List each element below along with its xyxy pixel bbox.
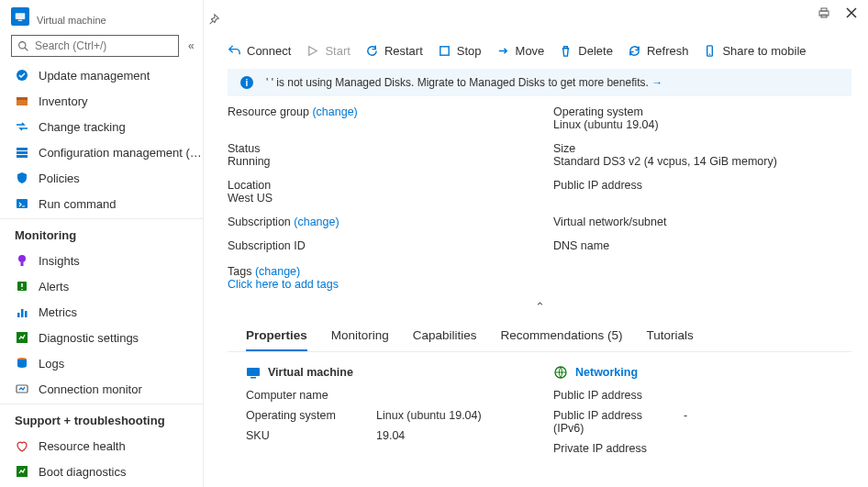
size-value: Standard DS3 v2 (4 vcpus, 14 GiB memory) [553, 155, 851, 168]
status-value: Running [228, 155, 526, 168]
nav-connection-monitor[interactable]: Connection monitor [0, 376, 203, 402]
networking-link[interactable]: Networking [575, 366, 638, 379]
svg-rect-24 [440, 47, 449, 55]
sidebar: Virtual machine « Update management Inve… [0, 0, 204, 487]
restart-button[interactable]: Restart [365, 44, 423, 58]
nav-label: Update management [39, 69, 150, 83]
prop-row: Operating system Linux (ubuntu 19.04) [246, 409, 526, 422]
nav-label: Alerts [39, 280, 69, 293]
vm-icon [11, 7, 29, 26]
svg-rect-8 [17, 151, 28, 154]
refresh-button[interactable]: Refresh [628, 44, 689, 58]
tags-row: Tags (change) Click here to add tags [228, 265, 851, 291]
stop-button[interactable]: Stop [438, 44, 482, 58]
metrics-icon [15, 304, 29, 319]
prop-vm-header: Virtual machine [246, 365, 526, 380]
nav-alerts[interactable]: Alerts [0, 273, 203, 299]
rg-change-link[interactable]: (change) [312, 105, 357, 118]
tags-change-link[interactable]: (change) [255, 265, 300, 278]
nav-policies[interactable]: Policies [0, 165, 203, 191]
dns-label: DNS name [553, 239, 851, 252]
tab-properties[interactable]: Properties [246, 321, 307, 351]
info-banner: i ' ' is not using Managed Disks. Migrat… [228, 69, 851, 96]
banner-text: ' is not using Managed Disks. Migrate to… [272, 76, 649, 89]
svg-rect-14 [17, 313, 20, 317]
svg-rect-7 [17, 148, 28, 150]
nav-label: Configuration management (… [39, 146, 202, 160]
insights-icon [15, 253, 29, 268]
svg-point-2 [19, 41, 26, 48]
start-button: Start [306, 44, 350, 58]
delete-button[interactable]: Delete [559, 44, 613, 58]
update-icon [15, 68, 29, 83]
nav-metrics[interactable]: Metrics [0, 299, 203, 325]
subid-label: Subscription ID [228, 239, 526, 252]
svg-line-3 [25, 48, 28, 50]
main-panel: Connect Start Restart Stop Move Delete [204, 0, 868, 487]
svg-rect-9 [17, 155, 28, 158]
vnet-label: Virtual network/subnet [553, 216, 851, 228]
svg-rect-28 [250, 377, 256, 379]
search-icon [17, 40, 29, 52]
properties-panel: Virtual machine Computer name Operating … [228, 365, 851, 462]
search-box[interactable] [11, 35, 179, 57]
nav-configuration-management[interactable]: Configuration management (… [0, 139, 203, 165]
main-body: Resource group (change) Operating system… [204, 105, 868, 487]
section-support: Support + troubleshooting [0, 404, 203, 433]
tab-monitoring[interactable]: Monitoring [331, 321, 389, 351]
inventory-icon [15, 94, 29, 108]
network-icon [553, 365, 568, 380]
nav-change-tracking[interactable]: Change tracking [0, 114, 203, 139]
nav-label: Boot diagnostics [39, 465, 126, 479]
nav-logs[interactable]: Logs [0, 350, 203, 376]
svg-rect-22 [821, 8, 827, 11]
banner-link-arrow[interactable]: → [651, 76, 662, 89]
tab-tutorials[interactable]: Tutorials [646, 321, 693, 351]
section-monitoring: Monitoring [0, 218, 203, 248]
nav-boot-diagnostics[interactable]: Boot diagnostics [0, 459, 203, 484]
tabstrip: Properties Monitoring Capabilities Recom… [228, 321, 851, 352]
collapse-essentials[interactable]: ⌃ [228, 300, 851, 314]
logs-icon [15, 356, 29, 371]
size-label: Size [553, 142, 851, 155]
collapse-sidebar-button[interactable]: « [186, 38, 196, 54]
nav-resource-health[interactable]: Resource health [0, 433, 203, 459]
close-icon[interactable] [844, 6, 859, 20]
prop-net-header: Networking [553, 365, 833, 380]
connect-button[interactable]: Connect [228, 44, 291, 58]
os-value: Linux (ubuntu 19.04) [553, 118, 851, 131]
nav-inventory[interactable]: Inventory [0, 88, 203, 114]
rg-label: Resource group [228, 105, 309, 118]
prop-row: Public IP address [553, 389, 833, 402]
pin-button[interactable] [207, 13, 220, 28]
nav-label: Change tracking [39, 120, 126, 134]
tab-recommendations[interactable]: Recommendations (5) [501, 321, 623, 351]
nav-run-command[interactable]: Run command [0, 191, 203, 216]
nav-label: Metrics [39, 305, 77, 319]
tab-capabilities[interactable]: Capabilities [413, 321, 477, 351]
status-label: Status [228, 142, 526, 155]
essentials: Resource group (change) Operating system… [228, 105, 851, 252]
nav-label: Policies [39, 172, 80, 185]
share-button[interactable]: Share to mobile [703, 44, 806, 58]
search-input[interactable] [35, 39, 172, 52]
command-bar: Connect Start Restart Stop Move Delete [204, 35, 868, 67]
config-icon [15, 145, 29, 160]
nav-diagnostic-settings[interactable]: Diagnostic settings [0, 325, 203, 350]
resource-type-label: Virtual machine [37, 15, 106, 26]
diag-icon [15, 330, 29, 345]
svg-rect-27 [247, 368, 260, 376]
tags-add-link[interactable]: Click here to add tags [228, 278, 339, 291]
prop-row: SKU 19.04 [246, 429, 526, 442]
location-label: Location [228, 179, 526, 192]
svg-rect-6 [17, 97, 28, 100]
prop-row: Private IP address [553, 442, 833, 455]
tags-label: Tags [228, 265, 251, 278]
sub-change-link[interactable]: (change) [294, 216, 339, 228]
info-icon: i [240, 76, 253, 89]
move-button[interactable]: Move [496, 44, 545, 58]
print-icon[interactable] [817, 6, 831, 20]
nav-label: Diagnostic settings [39, 331, 139, 345]
nav-insights[interactable]: Insights [0, 248, 203, 273]
nav-update-management[interactable]: Update management [0, 62, 203, 88]
